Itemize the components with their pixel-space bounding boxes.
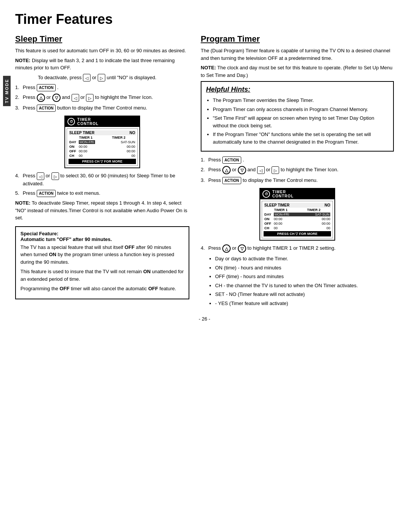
left-nav-icon: ◁ bbox=[83, 74, 91, 81]
hint4: If the Program Timer "ON" functions whil… bbox=[213, 131, 389, 146]
up-btn-2: △ bbox=[37, 94, 45, 102]
special-feature-box: Special Feature: Automatic turn "OFF" af… bbox=[15, 226, 189, 299]
note2-label: NOTE: bbox=[15, 200, 30, 206]
timer2-col: TIMER 2 bbox=[102, 136, 135, 139]
on-val2: 00:00 bbox=[87, 145, 135, 149]
down-btn-2: ▽ bbox=[52, 94, 61, 102]
prog-step2-pre: Press bbox=[208, 167, 221, 173]
prog-timer-sub-header: TIMER 1 TIMER 2 bbox=[264, 208, 331, 212]
prog-off-row: OFF 00:00 00:00 bbox=[264, 221, 331, 226]
ch-label: CH bbox=[69, 154, 79, 158]
step4-mid: or bbox=[45, 173, 50, 178]
prog-ch-val2: 00 bbox=[278, 226, 330, 230]
prog-down-btn-2: ▽ bbox=[238, 166, 246, 174]
sleep-timer-note2: NOTE: To deactivate Sleep Timer, repeat … bbox=[15, 199, 189, 222]
prog-bullet6: - YES (Timer feature will activate) bbox=[215, 300, 394, 307]
on-label: ON bbox=[69, 145, 79, 149]
sleep-timer-label: SLEEP TIMER bbox=[69, 131, 95, 135]
action-btn-1: ACTION bbox=[37, 84, 56, 91]
timer-control-header: ⏱ TIMER CONTROL bbox=[65, 116, 139, 127]
off-val1: 00:00 bbox=[79, 149, 87, 153]
timer-control-box-program: ⏱ TIMER CONTROL SLEEP TIMER NO TIMER 1 T… bbox=[259, 188, 335, 241]
prog-bullet2: ON (time) - hours and minutes bbox=[215, 264, 394, 272]
step3: 3. Press ACTION button to display the Ti… bbox=[15, 104, 189, 112]
prog-bullet4: CH - the channel the TV is tuned to when… bbox=[215, 282, 394, 289]
prog-step3-pre: Press bbox=[208, 177, 221, 183]
ch-val2: 00 bbox=[83, 154, 135, 158]
helpful-hints-title: Helpful Hints: bbox=[206, 86, 389, 94]
step4: 4. Press ◁ or ▷ to select 30, 60 or 90 (… bbox=[15, 172, 189, 187]
prog-timer1-label: TIMER 1 bbox=[274, 208, 288, 212]
prog-header-line1: TIMER bbox=[272, 190, 293, 194]
program-settings-list: Day or days to activate the Timer. ON (t… bbox=[208, 255, 394, 307]
deactivate-instruction: To deactivate, press ◁ or ▷ until "NO" i… bbox=[38, 74, 189, 82]
prog-off-label: OFF bbox=[264, 222, 274, 225]
hint1: The Program Timer overrides the Sleep Ti… bbox=[213, 97, 389, 104]
prog-step2: 2. Press △ or ▽ and ◁ or ▷ to highlight … bbox=[201, 166, 394, 174]
prog-day-label: DAY bbox=[264, 213, 274, 216]
prog-sleep-timer-header-row: SLEEP TIMER NO bbox=[264, 203, 331, 208]
prog-step4-post: to highlight TIMER 1 or TIMER 2 setting. bbox=[247, 246, 336, 251]
prog-right-btn-2: ▷ bbox=[272, 166, 279, 174]
prog-step1: 1. Press ACTION . bbox=[201, 156, 394, 164]
left-btn-2: ◁ bbox=[72, 94, 79, 102]
prog-step3: 3. Press ACTION to display the Timer Con… bbox=[201, 177, 394, 184]
header-line1: TIMER bbox=[77, 117, 98, 122]
prog-sat-sun: SAT-SUN bbox=[290, 213, 331, 216]
ch-row: CH 00 00 bbox=[69, 153, 136, 158]
hint3: "Set Time First" will appear on screen w… bbox=[213, 114, 389, 129]
step2: 2. Press △ or ▽ and ◁ or ▷ to highlight … bbox=[15, 94, 189, 102]
prog-ch-label: CH bbox=[264, 226, 274, 230]
day-row: DAY MON-FRI SAT-SUN bbox=[69, 140, 136, 144]
indent-text2: or bbox=[92, 75, 97, 80]
prog-timer-circle-icon: ⏱ bbox=[262, 190, 270, 198]
prog-ch-row: CH 00 00 bbox=[264, 226, 331, 230]
prog-left-btn-2: ◁ bbox=[257, 166, 265, 174]
program-note1-label: NOTE: bbox=[201, 65, 216, 70]
action-btn-3: ACTION bbox=[37, 105, 56, 112]
prog-on-val2: 00:00 bbox=[283, 217, 330, 221]
step2-mid3: or bbox=[80, 95, 85, 100]
prog-bullet3: OFF (time) - hours and minutes bbox=[215, 273, 394, 280]
special-feature-body3: Programming the OFF timer will also canc… bbox=[20, 285, 184, 293]
prog-down-btn-4: ▽ bbox=[238, 244, 246, 253]
step5-post: twice to exit menus. bbox=[57, 190, 100, 196]
prog-timer1-col: TIMER 1 bbox=[264, 208, 297, 212]
prog-header-line2: CONTROL bbox=[272, 194, 293, 198]
prog-step2-mid1: or bbox=[232, 167, 236, 173]
step2-pre: Press bbox=[23, 95, 35, 100]
step5: 5. Press ACTION twice to exit menus. bbox=[15, 189, 189, 197]
special-feature-body2: This feature is used to insure that the … bbox=[20, 268, 184, 283]
right-btn-4: ▷ bbox=[52, 172, 59, 180]
right-column: Program Timer The (Dual Program) Timer f… bbox=[201, 34, 394, 308]
step4-pre: Press bbox=[23, 173, 35, 178]
on-val1: 00:00 bbox=[79, 145, 87, 149]
prog-step2-mid3: or bbox=[266, 167, 270, 173]
page-title: Timer Features bbox=[15, 11, 394, 27]
day-label: DAY bbox=[69, 140, 79, 144]
sleep-timer-title: Sleep Timer bbox=[15, 34, 189, 44]
off-label: OFF bbox=[69, 149, 79, 153]
prog-sleep-timer-label: SLEEP TIMER bbox=[264, 203, 290, 207]
step1-text: Press bbox=[23, 84, 35, 90]
note1-text: Display will be flash 3, 2 and 1 to indi… bbox=[15, 58, 175, 71]
special-feature-subtitle: Automatic turn "OFF" after 90 minutes. bbox=[20, 236, 112, 242]
program-timer-note1: NOTE: The clock and day must be set for … bbox=[201, 64, 394, 79]
special-feature-body1: The TV has a special feature that will s… bbox=[20, 244, 184, 266]
prog-step2-post: to highlight the Timer Icon. bbox=[281, 167, 338, 173]
off-val2: 00:00 bbox=[87, 149, 135, 153]
press-ch-bar: PRESS CH ▽ FOR MORE bbox=[69, 159, 136, 164]
step3-pre: Press bbox=[23, 105, 35, 111]
sleep-timer-note1: NOTE: Display will be flash 3, 2 and 1 t… bbox=[15, 57, 189, 72]
page-number: - 26 - bbox=[15, 316, 394, 322]
prog-step4-mid: or bbox=[232, 246, 236, 251]
prog-press-ch-bar: PRESS CH ▽ FOR MORE bbox=[264, 231, 331, 236]
prog-mon-fri: MON-FRI bbox=[274, 213, 290, 216]
special-feature-title: Special Feature: Automatic turn "OFF" af… bbox=[20, 231, 184, 242]
timer-sub-header: TIMER 1 TIMER 2 bbox=[69, 135, 136, 140]
prog-on-label: ON bbox=[264, 217, 274, 221]
sleep-timer-header-row: SLEEP TIMER NO bbox=[69, 130, 136, 135]
prog-step4: 4. Press △ or ▽ to highlight TIMER 1 or … bbox=[201, 244, 394, 253]
prog-action-btn-1: ACTION bbox=[222, 156, 241, 164]
prog-on-row: ON 00:00 00:00 bbox=[264, 217, 331, 221]
